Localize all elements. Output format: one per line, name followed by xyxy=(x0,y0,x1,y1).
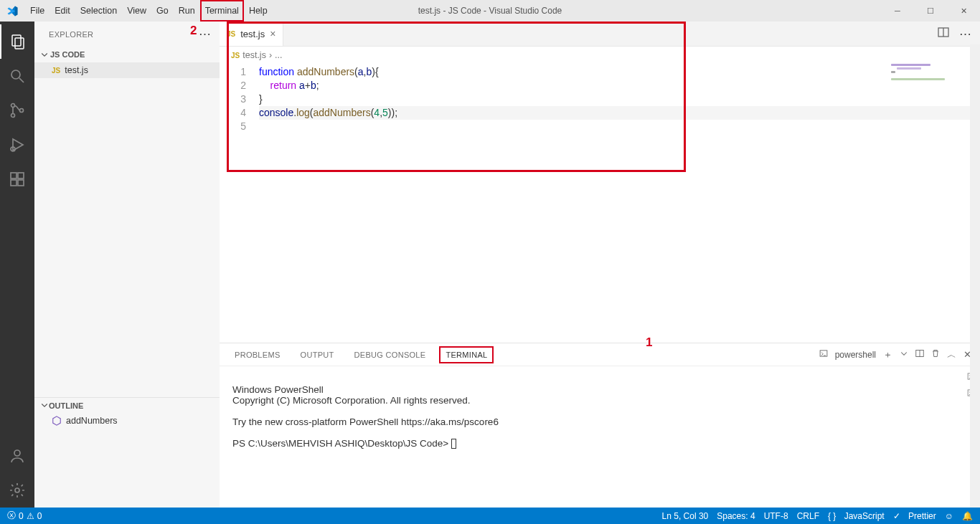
kill-terminal-icon[interactable] xyxy=(931,349,940,360)
status-errors[interactable]: ⓧ 0 ⚠ 0 xyxy=(7,510,42,522)
panel-tab-debug-console[interactable]: DEBUG CONSOLE xyxy=(352,351,428,359)
status-feedback-icon[interactable]: ☺ xyxy=(945,511,953,521)
terminal-line: Copyright (C) Microsoft Corporation. All… xyxy=(232,395,967,406)
sidebar: EXPLORER ⋯ JS CODE JS test.js OUTLINE ad… xyxy=(34,22,220,508)
chevron-down-icon xyxy=(40,401,49,411)
minimize-button[interactable]: ─ xyxy=(881,0,914,22)
js-file-icon: JS xyxy=(231,52,240,59)
menu-file[interactable]: File xyxy=(25,0,50,22)
error-icon: ⓧ xyxy=(7,510,16,522)
terminal-line: Windows PowerShell xyxy=(232,384,967,395)
close-tab-icon[interactable]: × xyxy=(270,28,275,39)
js-file-icon: JS xyxy=(52,67,60,75)
breadcrumb-sep: › xyxy=(269,50,272,60)
svg-marker-7 xyxy=(13,139,23,151)
svg-point-6 xyxy=(20,109,24,113)
shell-name[interactable]: powershell xyxy=(835,350,876,360)
menu-help[interactable]: Help xyxy=(244,0,273,22)
terminal-dropdown-icon[interactable] xyxy=(900,349,908,360)
status-bell-icon[interactable]: 🔔 xyxy=(962,511,973,521)
terminal[interactable]: Windows PowerShellCopyright (C) Microsof… xyxy=(220,366,980,508)
titlebar: FileEditSelectionViewGoRunTerminalHelp t… xyxy=(0,0,980,22)
outline-section[interactable]: OUTLINE xyxy=(34,397,220,413)
menu-run[interactable]: Run xyxy=(174,0,200,22)
window-title: test.js - JS Code - Visual Studio Code xyxy=(418,6,562,16)
sidebar-title: EXPLORER xyxy=(49,30,93,39)
svg-rect-0 xyxy=(12,35,21,46)
status-bar: ⓧ 0 ⚠ 0 Ln 5, Col 30 Spaces: 4 UTF-8 CRL… xyxy=(0,508,980,524)
workspace-section[interactable]: JS CODE xyxy=(34,47,220,62)
search-icon[interactable] xyxy=(0,59,34,93)
terminal-line: PS C:\Users\MEHVISH ASHIQ\Desktop\JS Cod… xyxy=(232,438,967,449)
line-gutter: 12345 xyxy=(220,65,259,343)
menu-go[interactable]: Go xyxy=(151,0,174,22)
status-language[interactable]: { } JavaScript xyxy=(828,511,885,521)
outline-item[interactable]: addNumbers xyxy=(34,413,220,429)
vscode-logo-icon xyxy=(0,5,25,17)
maximize-panel-icon[interactable]: ︿ xyxy=(947,348,956,361)
svg-line-3 xyxy=(19,78,24,82)
panel-tabs: PROBLEMSOUTPUTDEBUG CONSOLETERMINAL powe… xyxy=(220,343,980,366)
settings-gear-icon[interactable] xyxy=(0,473,34,508)
editor-more-icon[interactable]: ⋯ xyxy=(959,27,971,42)
split-editor-icon[interactable] xyxy=(938,27,949,41)
maximize-button[interactable]: ☐ xyxy=(914,0,947,22)
status-encoding[interactable]: UTF-8 xyxy=(764,511,788,521)
status-cursor[interactable]: Ln 5, Col 30 xyxy=(662,511,709,521)
status-lang-label: JavaScript xyxy=(844,511,885,521)
explorer-icon[interactable] xyxy=(0,24,34,59)
status-prettier[interactable]: ✓ Prettier xyxy=(893,511,936,521)
panel-tab-terminal[interactable]: TERMINAL xyxy=(443,351,489,359)
source-control-icon[interactable] xyxy=(0,93,34,128)
status-prettier-label: Prettier xyxy=(908,511,936,521)
menu-selection[interactable]: Selection xyxy=(75,0,122,22)
svg-rect-11 xyxy=(11,180,17,186)
close-button[interactable]: ✕ xyxy=(947,0,980,22)
status-spaces[interactable]: Spaces: 4 xyxy=(717,511,755,521)
svg-rect-9 xyxy=(11,173,17,178)
extensions-icon[interactable] xyxy=(0,162,34,196)
new-terminal-icon[interactable]: ＋ xyxy=(883,348,892,361)
error-count: 0 xyxy=(19,511,24,521)
svg-point-4 xyxy=(11,104,15,108)
panel-scrollbar[interactable] xyxy=(970,44,980,508)
editor-area: JS test.js × ⋯ JS test.js › ... 12345 fu… xyxy=(220,22,980,508)
terminal-profile-icon[interactable] xyxy=(819,349,828,360)
svg-point-5 xyxy=(11,114,15,118)
file-item[interactable]: JS test.js xyxy=(34,62,220,78)
editor-actions: ⋯ xyxy=(938,22,980,46)
code-editor[interactable]: 12345 function addNumbers(a,b){ return a… xyxy=(220,64,980,343)
tab-testjs[interactable]: JS test.js × xyxy=(220,22,283,46)
window-controls: ─ ☐ ✕ xyxy=(881,0,980,22)
terminal-cursor xyxy=(451,439,456,449)
svg-rect-10 xyxy=(18,173,24,178)
split-terminal-icon[interactable] xyxy=(915,349,924,360)
code-lines[interactable]: function addNumbers(a,b){ return a+b;}co… xyxy=(259,65,980,343)
warning-icon: ⚠ xyxy=(27,511,34,521)
breadcrumb[interactable]: JS test.js › ... xyxy=(220,47,980,64)
terminal-line: Try the new cross-platform PowerShell ht… xyxy=(232,416,967,427)
menu-terminal[interactable]: Terminal xyxy=(200,0,244,22)
menu-edit[interactable]: Edit xyxy=(50,0,75,22)
account-icon[interactable] xyxy=(0,439,34,473)
breadcrumb-rest: ... xyxy=(275,50,282,60)
activity-bar xyxy=(0,22,34,508)
workspace-name: JS CODE xyxy=(50,50,85,59)
svg-point-2 xyxy=(11,70,20,79)
minimap[interactable] xyxy=(891,64,970,92)
status-eol[interactable]: CRLF xyxy=(797,511,819,521)
menu-view[interactable]: View xyxy=(122,0,151,22)
svg-rect-1 xyxy=(15,38,24,49)
breadcrumb-file: test.js xyxy=(242,50,266,60)
outline-title: OUTLINE xyxy=(49,401,83,410)
annotation-2: 2 xyxy=(190,24,197,38)
panel-tab-problems[interactable]: PROBLEMS xyxy=(232,351,283,359)
panel-tab-output[interactable]: OUTPUT xyxy=(298,351,336,359)
panel-actions: powershell ＋ ︿ ✕ xyxy=(819,348,971,361)
run-debug-icon[interactable] xyxy=(0,128,34,162)
js-file-icon: JS xyxy=(227,30,235,38)
menubar: FileEditSelectionViewGoRunTerminalHelp xyxy=(25,0,273,22)
sidebar-more-icon[interactable]: ⋯ xyxy=(199,27,211,42)
tab-label: test.js xyxy=(240,29,265,39)
terminal-line xyxy=(232,373,967,384)
